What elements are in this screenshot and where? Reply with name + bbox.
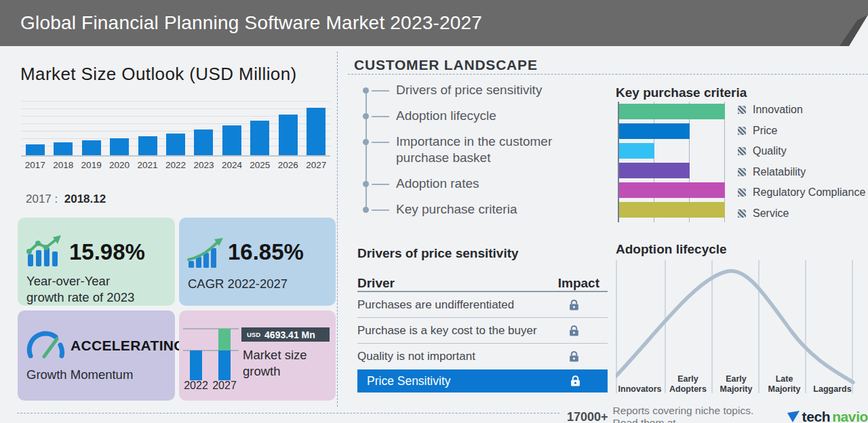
technavio-arrow-icon xyxy=(787,410,800,423)
drivers-of-price-sensitivity-table: Drivers of price sensitivity Driver Impa… xyxy=(357,246,608,392)
cagr-value: 16.85% xyxy=(228,239,304,265)
x-axis-label: 2026 xyxy=(274,160,302,170)
bar-slot-2026 xyxy=(274,96,302,155)
yoy-growth-value: 15.98% xyxy=(69,239,145,265)
market-size-x-axis-labels: 2017201820192020202120222023202420252026… xyxy=(21,160,330,170)
footer-dashed-line xyxy=(17,413,559,414)
legend-item: Quality xyxy=(738,146,865,157)
table-row: Purchases are undifferentiated xyxy=(357,292,608,318)
market-size-bar-chart xyxy=(21,96,330,157)
kpc-bar-quality xyxy=(619,143,654,159)
bar-slot-2025 xyxy=(246,96,274,155)
table-row: Purchase is a key cost to the buyer xyxy=(357,318,608,344)
adoption-lifecycle-labels: InnovatorsEarly AdoptersEarly MajorityLa… xyxy=(616,366,857,395)
list-item: Drivers of price sensitivity xyxy=(366,82,604,98)
base-year-value: 2017 : 2018.12 xyxy=(26,193,106,206)
kpc-bar-price xyxy=(619,123,690,139)
cagr-card: 16.85% CAGR 2022-2027 xyxy=(179,218,336,306)
bar-2017 xyxy=(26,144,45,155)
folded-corner-decoration xyxy=(806,0,868,46)
table-title: Drivers of price sensitivity xyxy=(357,246,608,261)
bar-slot-2017 xyxy=(21,96,49,155)
key-purchase-criteria-title: Key purchase criteria xyxy=(616,85,747,100)
growth-arrow-bars-icon xyxy=(187,238,224,269)
bar-2021 xyxy=(138,136,157,155)
report-count: 17000+ xyxy=(567,410,608,423)
segment-label: Innovators xyxy=(616,384,664,395)
bar-2019 xyxy=(82,140,101,155)
market-size-bars xyxy=(21,96,330,155)
bar-2023 xyxy=(194,129,213,155)
adoption-lifecycle-title: Adoption lifecycle xyxy=(616,242,727,257)
column-impact: Impact xyxy=(558,276,599,291)
kpc-bar-service xyxy=(619,202,725,218)
bar-2018 xyxy=(54,142,73,155)
market-size-growth-label: Market size growth xyxy=(243,347,307,380)
kpc-bar-innovation xyxy=(619,104,725,119)
table-header-row: Driver Impact xyxy=(357,270,608,292)
price-sensitivity-highlight-row: Price Sensitivity xyxy=(357,369,608,392)
x-axis-label: 2022 xyxy=(161,160,189,170)
bar-slot-2022 xyxy=(161,96,189,155)
key-purchase-criteria-chart xyxy=(618,102,725,222)
list-item: Adoption rates xyxy=(366,176,604,192)
x-axis-label: 2021 xyxy=(134,160,161,170)
legend-item: Price xyxy=(738,125,865,136)
bar-slot-2023 xyxy=(190,96,218,155)
list-item: Importance in the customer purchase bask… xyxy=(366,134,604,166)
header-band: Global Financial Planning Software Marke… xyxy=(0,0,868,46)
bar-slot-2024 xyxy=(218,96,245,155)
customer-landscape-title: CUSTOMER LANDSCAPE xyxy=(354,57,538,73)
bar-2027 xyxy=(307,108,326,155)
bar-slot-2020 xyxy=(105,96,133,155)
bar-slot-2019 xyxy=(77,96,105,155)
momentum-value: ACCELERATING xyxy=(71,338,185,354)
hatched-swatch-icon xyxy=(738,147,746,155)
customer-landscape-list: Drivers of price sensitivity Adoption li… xyxy=(366,82,604,227)
mini-chart-year-start: 2022 xyxy=(182,380,210,392)
growth-momentum-card: ACCELERATING Growth Momentum xyxy=(18,310,175,401)
vertical-dashed-divider xyxy=(337,52,338,407)
x-axis-label: 2027 xyxy=(302,160,330,170)
lock-icon xyxy=(569,299,579,311)
x-axis-label: 2025 xyxy=(246,160,274,170)
bar-2020 xyxy=(110,138,129,155)
mini-chart-year-end: 2027 xyxy=(211,380,238,392)
market-size-chart-title: Market Size Outlook (USD Million) xyxy=(20,64,297,85)
legend-item: Service xyxy=(738,208,865,219)
kpc-bar-relatability xyxy=(619,163,690,178)
segment-label: Late Majority xyxy=(760,374,808,395)
bar-slot-2018 xyxy=(49,96,77,155)
x-axis-label: 2023 xyxy=(190,160,218,170)
segment-label: Early Adopters xyxy=(664,374,712,395)
legend-item: Relatability xyxy=(738,167,865,178)
bar-2022 xyxy=(166,134,185,155)
momentum-label: Growth Momentum xyxy=(26,367,133,382)
kpc-bar-regulatory-compliance xyxy=(619,182,725,198)
list-item: Adoption lifecycle xyxy=(366,108,604,124)
bar-slot-2021 xyxy=(134,96,161,155)
x-axis-label: 2019 xyxy=(77,160,105,170)
segment-label: Early Majority xyxy=(712,374,760,395)
bar-2026 xyxy=(279,115,298,155)
footer: 17000+ Reports covering niche topics. Re… xyxy=(567,405,868,423)
x-axis-label: 2020 xyxy=(105,160,133,170)
hatched-swatch-icon xyxy=(738,168,746,176)
hatched-swatch-icon xyxy=(738,127,746,135)
kpc-legend: Innovation Price Quality Relatability Re… xyxy=(738,104,865,228)
lock-icon xyxy=(569,350,579,363)
bar-2025 xyxy=(250,121,269,155)
bar-2024 xyxy=(222,125,241,155)
legend-item: Innovation xyxy=(738,104,865,115)
footer-text: Reports covering niche topics. Read them… xyxy=(613,405,782,423)
hatched-swatch-icon xyxy=(738,106,746,114)
technavio-logo[interactable]: technavio xyxy=(787,409,868,423)
segment-label: Laggards xyxy=(808,384,856,395)
yoy-growth-card: 15.98% Year-over-Year growth rate of 202… xyxy=(18,218,175,306)
lock-icon xyxy=(570,375,580,387)
lock-icon xyxy=(569,325,579,337)
hatched-swatch-icon xyxy=(738,209,746,218)
increment-value-badge: USD 4693.41 Mn xyxy=(241,327,330,342)
cagr-label: CAGR 2022-2027 xyxy=(188,276,288,292)
list-item: Key purchase criteria xyxy=(366,201,604,218)
